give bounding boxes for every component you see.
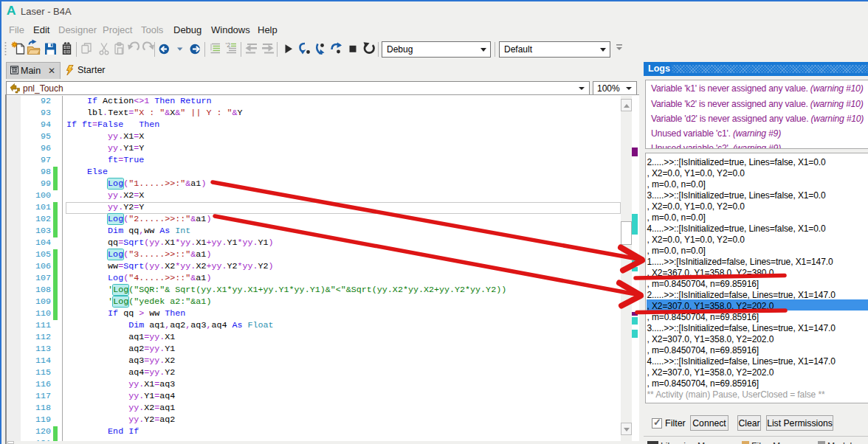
svg-text:'2: '2 [226, 41, 231, 49]
